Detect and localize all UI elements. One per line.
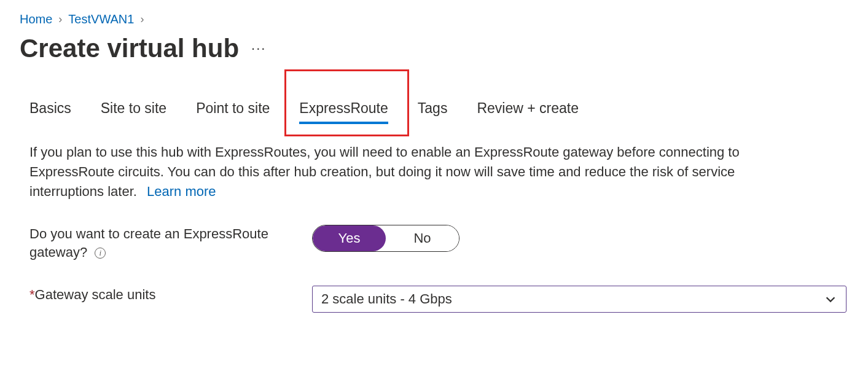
info-icon[interactable]: i <box>95 248 106 259</box>
scale-units-label-text: Gateway scale units <box>35 287 156 302</box>
gateway-question-text: Do you want to create an ExpressRoute ga… <box>29 226 268 260</box>
chevron-right-icon: › <box>58 13 62 26</box>
more-icon[interactable]: ··· <box>251 41 266 57</box>
form-row-scale-units: *Gateway scale units 2 scale units - 4 G… <box>20 286 848 313</box>
page-title: Create virtual hub <box>20 34 239 63</box>
toggle-no[interactable]: No <box>386 225 459 251</box>
learn-more-link[interactable]: Learn more <box>147 184 216 199</box>
gateway-toggle[interactable]: Yes No <box>312 225 459 252</box>
tab-tags[interactable]: Tags <box>418 100 448 124</box>
tab-review[interactable]: Review + create <box>477 100 579 124</box>
tab-point-to-site[interactable]: Point to site <box>196 100 270 124</box>
toggle-yes[interactable]: Yes <box>313 225 386 251</box>
tab-description: If you plan to use this hub with Express… <box>20 143 788 201</box>
scale-units-label: *Gateway scale units <box>29 286 312 305</box>
breadcrumb-home[interactable]: Home <box>20 12 52 26</box>
title-row: Create virtual hub ··· <box>20 34 848 63</box>
description-text: If you plan to use this hub with Express… <box>29 144 740 199</box>
form-row-gateway-question: Do you want to create an ExpressRoute ga… <box>20 225 848 263</box>
tab-site-to-site[interactable]: Site to site <box>101 100 166 124</box>
tab-expressroute-label: ExpressRoute <box>299 100 388 116</box>
tabs: Basics Site to site Point to site Expres… <box>20 100 848 124</box>
tab-basics[interactable]: Basics <box>29 100 71 124</box>
chevron-down-icon <box>824 292 837 306</box>
required-star: * <box>29 287 35 302</box>
scale-units-select[interactable]: 2 scale units - 4 Gbps <box>312 286 846 313</box>
tab-expressroute[interactable]: ExpressRoute <box>299 100 388 124</box>
breadcrumb-parent[interactable]: TestVWAN1 <box>68 12 134 26</box>
gateway-question-label: Do you want to create an ExpressRoute ga… <box>29 225 312 263</box>
breadcrumb: Home › TestVWAN1 › <box>20 12 848 26</box>
scale-units-value: 2 scale units - 4 Gbps <box>321 291 452 307</box>
chevron-right-icon: › <box>140 13 144 26</box>
